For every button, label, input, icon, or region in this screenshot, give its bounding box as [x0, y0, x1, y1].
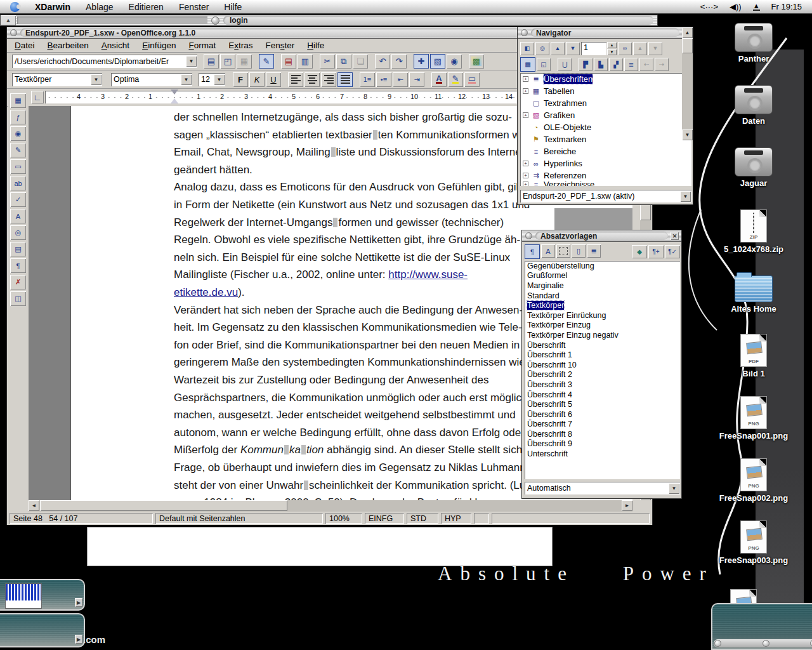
horizontal-scroll-thumb[interactable]	[40, 500, 287, 511]
expand-icon[interactable]: +	[523, 112, 528, 118]
scroll-thumb[interactable]	[682, 38, 693, 53]
font-color-icon[interactable]: A	[431, 72, 447, 87]
menu-item[interactable]: Ablage	[86, 2, 114, 12]
style-item[interactable]: Überschrift 2	[525, 370, 680, 380]
italic-icon[interactable]: K	[249, 72, 265, 87]
size-value[interactable]: 12	[199, 75, 214, 84]
frame-styles-icon[interactable]: ▢	[556, 244, 570, 258]
numbering-icon[interactable]: 1≡	[360, 72, 375, 87]
bullets-icon[interactable]: •≡	[376, 72, 391, 87]
window-button[interactable]	[525, 232, 532, 239]
navigator-item[interactable]: + ▦ Tabellen	[520, 85, 691, 97]
navigator-item[interactable]: + ▧ Grafiken	[520, 109, 691, 121]
menu-item[interactable]: Format	[188, 41, 216, 50]
navigator-item[interactable]: + ≡ Verzeichnisse	[520, 182, 691, 186]
expand-arrow-icon[interactable]: ▶	[75, 635, 82, 644]
align-right-icon[interactable]	[321, 72, 336, 87]
navigator-item[interactable]: + ≡ Bereiche	[520, 145, 691, 157]
document-selector-combo[interactable]: Endspurt-20_PDF_1.sxw (aktiv) ▼	[520, 190, 691, 202]
hyperlink[interactable]: http://www.suse-	[388, 269, 468, 281]
style-item[interactable]: Überschrift 9	[525, 439, 680, 449]
style-item[interactable]: Überschrift 10	[525, 360, 680, 370]
separator[interactable]	[275, 54, 280, 69]
hyphenation-status[interactable]: HYP	[441, 513, 471, 524]
window-button[interactable]	[521, 29, 528, 36]
active-app-name[interactable]: XDarwin	[35, 2, 70, 12]
login-window-titlebar[interactable]: ▲ login	[0, 15, 658, 26]
font-size-combo[interactable]: 12 ▼	[199, 73, 225, 86]
background-color-icon[interactable]: ▭	[464, 72, 480, 87]
paragraph-style-combo[interactable]: Textkörper ▼	[12, 73, 102, 86]
spellcheck-icon[interactable]: ✓	[10, 192, 26, 207]
tab-type-selector[interactable]: ∟	[31, 91, 44, 103]
style-item[interactable]: Überschrift 1	[525, 350, 680, 360]
redo-icon[interactable]: ↷	[391, 54, 407, 69]
menu-item[interactable]: Editieren	[129, 2, 164, 12]
hyperlink[interactable]: etikette.de.vu	[174, 286, 238, 298]
navigator-item[interactable]: + ⇉ Referenzen	[520, 169, 691, 182]
separator[interactable]	[369, 54, 374, 69]
insert-mode-status[interactable]: EINFG	[365, 513, 404, 524]
insert-objects-icon[interactable]: ◉	[10, 126, 26, 141]
style-item[interactable]: Überschrift 6	[525, 409, 680, 420]
spin-up-icon[interactable]: ▲	[607, 42, 617, 48]
expand-icon[interactable]: +	[523, 88, 528, 94]
style-item[interactable]: Überschrift 5	[525, 399, 680, 409]
filter-value[interactable]: Automatisch	[525, 484, 669, 493]
drag-mode-icon[interactable]: ∞	[618, 42, 632, 55]
expand-icon[interactable]: +	[523, 76, 528, 82]
new-doc-icon[interactable]: ▤	[204, 54, 219, 69]
navigator-item[interactable]: + ▢ Textrahmen	[520, 97, 691, 109]
active-document[interactable]: Endspurt-20_PDF_1.sxw (aktiv)	[520, 192, 680, 201]
align-left-icon[interactable]	[288, 72, 303, 87]
network-icon[interactable]: <···>	[700, 2, 718, 11]
scroll-button-icon[interactable]: ▲	[1, 15, 16, 25]
desktop-icon-freesnap003[interactable]: PNG FreeSnap003.png	[714, 521, 793, 565]
gallery-icon[interactable]: ▩	[469, 54, 484, 69]
online-layout-icon[interactable]: ◫	[10, 291, 26, 306]
separator[interactable]	[408, 54, 412, 69]
scroll-up-icon[interactable]: ▲	[682, 27, 693, 38]
volume-icon[interactable]: ◀))	[730, 2, 742, 11]
window-button[interactable]	[211, 17, 219, 25]
fill-format-icon[interactable]: ◆	[632, 245, 647, 258]
style-item[interactable]: Überschrift 4	[525, 390, 680, 400]
scroll-thumb-knob[interactable]	[763, 640, 769, 647]
window-scrollbar[interactable]	[714, 639, 812, 647]
expand-icon[interactable]: +	[523, 173, 528, 178]
spin-down-icon[interactable]: ▼	[607, 49, 617, 55]
desktop-icon-freesnap001[interactable]: PNG FreeSnap001.png	[714, 396, 793, 441]
style-item[interactable]: Marginalie	[525, 281, 680, 291]
page-number-spinner[interactable]: 1 ▲▼	[581, 42, 617, 55]
footer-icon[interactable]: ▙	[594, 58, 608, 71]
zoom-status[interactable]: 100%	[325, 513, 362, 524]
expand-icon[interactable]: +	[523, 182, 528, 186]
autospellcheck-icon[interactable]: A	[10, 209, 26, 223]
desktop-icon-daten[interactable]: Daten	[714, 85, 793, 126]
navigator-item[interactable]: + ≣ Überschriften	[520, 73, 691, 85]
open-icon[interactable]: ◰	[220, 54, 235, 69]
desktop-icon-bild1[interactable]: PDF Bild 1	[714, 334, 793, 378]
copy-icon[interactable]: ⧉	[336, 54, 351, 69]
numbering-styles-icon[interactable]: ≣	[587, 244, 601, 258]
stylist-icon[interactable]: ▧	[430, 54, 445, 69]
close-icon[interactable]: ✕	[671, 232, 679, 240]
menu-item[interactable]: Hilfe	[224, 2, 242, 12]
cut-icon[interactable]: ✂	[320, 54, 335, 69]
header-icon[interactable]: ▛	[579, 58, 593, 71]
style-item[interactable]: Textkörper	[525, 300, 680, 310]
insert-icon[interactable]: ▦	[10, 93, 26, 108]
anchor-text-icon[interactable]: ▞	[609, 58, 623, 71]
navigation-icon[interactable]: ◎	[535, 42, 549, 55]
style-item[interactable]: Grußformel	[525, 271, 680, 281]
page-style-status[interactable]: Default mit Seitenzahlen	[155, 513, 323, 524]
desktop-icon-zip[interactable]: ZIP 5_1024x768.zip	[714, 209, 793, 254]
save-icon[interactable]: ▦	[237, 54, 252, 69]
chevron-down-icon[interactable]: ▼	[91, 74, 102, 85]
insert-fields-icon[interactable]: ƒ	[10, 110, 26, 124]
outdent-icon[interactable]: ⇤	[393, 72, 408, 87]
scroll-left-icon[interactable]: ◄	[29, 500, 39, 511]
separator[interactable]	[552, 58, 556, 71]
desktop-icon-jaguar[interactable]: Jaguar	[714, 147, 793, 188]
promote-level-icon[interactable]: ⇠	[639, 58, 653, 71]
